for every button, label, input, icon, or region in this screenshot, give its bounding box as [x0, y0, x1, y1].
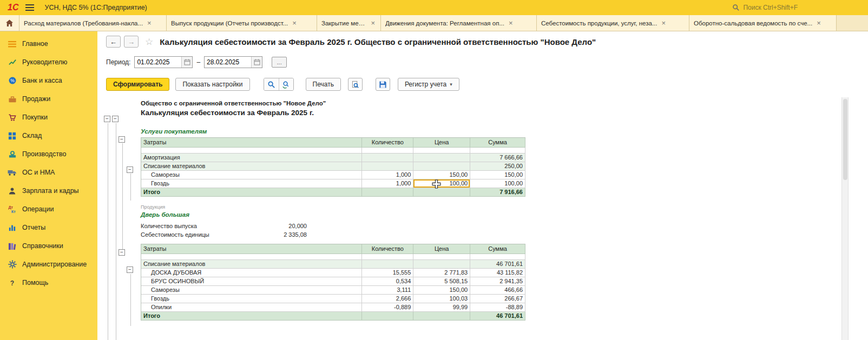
preview-button[interactable]: [348, 78, 363, 91]
main-area: ← → ☆ Калькуляция себестоимости за Февра…: [97, 31, 868, 340]
page-title: Калькуляция себестоимости за Февраль 202…: [160, 37, 596, 46]
section-sidebar: Главное Руководителю % Банк и касса Прод…: [0, 31, 97, 340]
home-button[interactable]: [0, 15, 19, 31]
period-more-button[interactable]: ...: [272, 57, 287, 68]
close-icon[interactable]: ×: [508, 19, 514, 27]
sidebar-item-zarplata-i-kadry[interactable]: Зарплата и кадры: [0, 182, 97, 200]
tab-oborotno-saldovaya[interactable]: Оборотно-сальдовая ведомость по сче... ×: [689, 15, 837, 31]
table-header-row: Затраты Количество Цена Сумма: [141, 138, 525, 148]
find-refresh-button[interactable]: [279, 78, 293, 90]
sidebar-item-bank-i-kassa[interactable]: % Банк и касса: [0, 71, 97, 90]
purchases-icon: [8, 113, 17, 122]
search-button-group: [264, 78, 294, 91]
spacer-row: [141, 254, 525, 260]
sidebar-item-proizvodstvo[interactable]: Производство: [0, 145, 97, 163]
collapse-toggle[interactable]: −: [119, 249, 125, 256]
sidebar-item-label: Справочники: [22, 242, 63, 250]
collapse-toggle[interactable]: −: [112, 116, 119, 122]
table-row: Амортизация 7 666,66: [141, 154, 525, 162]
register-dropdown-button[interactable]: Регистр учета ▾: [398, 78, 459, 91]
app-title: УСН, НДС 5% (1С:Предприятие): [44, 4, 147, 11]
search-icon: [732, 4, 740, 11]
svg-text:?: ?: [10, 279, 14, 287]
scrollbar-thumb[interactable]: [843, 99, 847, 180]
sidebar-item-label: Зарплата и кадры: [22, 187, 79, 195]
sales-icon: [8, 95, 17, 104]
table-row: Саморезы 1,000 150,00 150,00: [141, 171, 525, 179]
menu-icon: [8, 39, 17, 49]
tab-zakrytie-mesyaca[interactable]: Закрытие месяца ×: [317, 15, 381, 31]
header-cena: Цена: [413, 244, 470, 254]
report-title: Калькуляция себестоимости за Февраль 202…: [141, 109, 842, 117]
sidebar-item-label: Операции: [22, 205, 54, 213]
find-button[interactable]: [264, 78, 279, 90]
close-icon[interactable]: ×: [370, 19, 376, 27]
home-icon: [5, 19, 14, 27]
sidebar-item-prodazhi[interactable]: Продажи: [0, 90, 97, 108]
top-bar: 1С УСН, НДС 5% (1С:Предприятие) Поиск Ct…: [0, 0, 868, 15]
period-from-box: [134, 56, 193, 68]
table-row: БРУС ОСИНОВЫЙ 0,534 5 508,15 2 941,35: [141, 277, 525, 286]
report-spreadsheet: − − − − − − Общество с ограниченной отве…: [97, 98, 842, 340]
close-icon[interactable]: ×: [146, 19, 153, 27]
dtkt-icon: ДтКт: [8, 205, 17, 214]
main-menu-icon[interactable]: [24, 2, 36, 13]
header-summa: Сумма: [470, 138, 525, 148]
table-row: ДОСКА ДУБОВАЯ 15,555 2 771,83 43 115,82: [141, 269, 525, 277]
tab-sebestoimost[interactable]: Себестоимость продукции, услуг, неза... …: [537, 15, 689, 31]
sidebar-item-rukovoditelyu[interactable]: Руководителю: [0, 53, 97, 71]
print-button[interactable]: Печать: [306, 78, 341, 91]
table-row: Саморезы 3,111 150,00 466,66: [141, 286, 525, 295]
report-company-name: Общество с ограниченной ответственностью…: [141, 100, 842, 106]
calendar-icon[interactable]: [181, 57, 192, 68]
back-button[interactable]: ←: [106, 36, 121, 48]
sidebar-item-pokupki[interactable]: Покупки: [0, 108, 97, 126]
show-settings-button[interactable]: Показать настройки: [175, 78, 249, 91]
table-row: Опилки -0,889 99,99 -88,89: [141, 303, 525, 312]
sidebar-item-spravochniki[interactable]: Справочники: [0, 237, 97, 255]
books-icon: [8, 242, 17, 251]
collapse-toggle[interactable]: −: [119, 136, 125, 143]
generate-button[interactable]: Сформировать: [106, 78, 169, 91]
sidebar-item-pomosch[interactable]: ? Помощь: [0, 274, 97, 292]
header-cena: Цена: [413, 138, 470, 148]
people-icon: [8, 186, 17, 196]
header-zatraty: Затраты: [141, 244, 362, 254]
1c-logo: 1С: [8, 3, 18, 12]
header-summa: Сумма: [470, 244, 525, 254]
info-row: Количество выпуска 20,000: [141, 222, 307, 230]
services-cost-table: Затраты Количество Цена Сумма Амортизаци…: [141, 137, 525, 197]
collapse-toggle[interactable]: −: [127, 166, 133, 173]
spacer-row: [141, 148, 525, 154]
close-icon[interactable]: ×: [816, 19, 822, 27]
calendar-icon[interactable]: [251, 57, 262, 68]
sidebar-item-sklad[interactable]: Склад: [0, 126, 97, 145]
sidebar-item-os-i-nma[interactable]: ОС и НМА: [0, 163, 97, 182]
vertical-scrollbar[interactable]: [841, 97, 849, 340]
forward-button[interactable]: →: [124, 36, 139, 48]
close-icon[interactable]: ×: [291, 19, 298, 27]
close-icon[interactable]: ×: [660, 19, 667, 27]
collapse-toggle[interactable]: −: [104, 116, 110, 122]
global-search[interactable]: Поиск Ctrl+Shift+F: [732, 4, 798, 11]
tab-dvizheniya-dokumenta[interactable]: Движения документа: Регламентная оп... ×: [381, 15, 537, 31]
section-caption-product: Дверь большая: [141, 211, 842, 218]
sidebar-item-glavnoe[interactable]: Главное: [0, 35, 97, 53]
period-from-input[interactable]: [135, 57, 181, 68]
selected-cell[interactable]: 100,00: [413, 179, 470, 188]
sidebar-item-label: Банк и касса: [22, 77, 62, 84]
collapse-toggle[interactable]: −: [127, 266, 133, 273]
favorite-star-icon[interactable]: ☆: [145, 36, 153, 48]
sidebar-item-label: Склад: [22, 132, 42, 139]
period-to-input[interactable]: [205, 57, 251, 68]
tab-rashod-materialov[interactable]: Расход материалов (Требования-накла... ×: [19, 15, 167, 31]
save-button[interactable]: [376, 78, 390, 91]
tab-vypusk-produkcii[interactable]: Выпуск продукции (Отчеты производст... ×: [167, 15, 317, 31]
sidebar-item-administrirovanie[interactable]: Администрирование: [0, 255, 97, 274]
sidebar-item-otchety[interactable]: Отчеты: [0, 218, 97, 237]
grouping-gutter: − − − − − −: [97, 98, 141, 340]
table-header-row: Затраты Количество Цена Сумма: [141, 244, 525, 254]
header-kolichestvo: Количество: [362, 138, 413, 148]
sidebar-item-operacii[interactable]: ДтКт Операции: [0, 200, 97, 218]
section-caption-services: Услуги покупателям: [141, 128, 842, 135]
